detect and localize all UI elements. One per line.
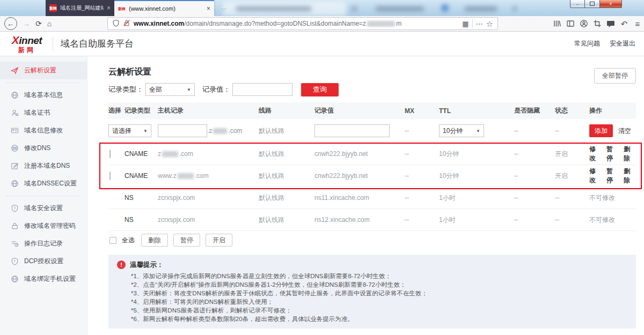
chat-bubble-icon[interactable] bbox=[606, 19, 615, 28]
window-maximize-button[interactable] bbox=[585, 0, 599, 8]
maximize-icon bbox=[590, 2, 595, 6]
undo-icon[interactable]: ↶ bbox=[620, 19, 628, 28]
add-line-cell: 默认线路 bbox=[259, 126, 314, 136]
col-line: 线路 bbox=[259, 106, 314, 115]
record-value-input[interactable] bbox=[232, 83, 292, 96]
not-modifiable-label: 不可修改 bbox=[589, 193, 636, 203]
batch-enable-button[interactable]: 开启 bbox=[206, 234, 232, 247]
record-value-label: 记录值： bbox=[202, 85, 230, 94]
tracking-shield-icon[interactable] bbox=[112, 19, 120, 28]
col-actions: 操作 bbox=[589, 106, 636, 115]
select-all-checkbox[interactable] bbox=[109, 237, 116, 244]
batch-pause-button[interactable]: 暂停 bbox=[173, 234, 200, 247]
table-row: CNAME z.com 默认线路 cnwh222.bjyyb.net -- 10… bbox=[108, 143, 636, 165]
account-icon[interactable] bbox=[580, 19, 588, 28]
add-record-type-select[interactable]: 请选择 ▼ bbox=[108, 124, 151, 137]
back-button[interactable]: ← bbox=[4, 17, 17, 30]
sidebar-item-domain-basic-info[interactable]: 域名基本信息 bbox=[0, 86, 87, 104]
bookmark-star-icon[interactable]: ☆ bbox=[486, 20, 493, 28]
menu-hamburger-icon[interactable]: ≡ bbox=[633, 19, 642, 28]
sidebar-item-label: 域名证书 bbox=[24, 108, 50, 117]
pause-all-button[interactable]: 全部暂停 bbox=[594, 68, 636, 84]
tip-item: *4、启用解析：可将关闭的DNS解析重新投入使用； bbox=[131, 297, 627, 306]
tips-title: 温馨提示： bbox=[130, 260, 164, 270]
query-button[interactable]: 查询 bbox=[301, 83, 339, 96]
delete-link[interactable]: 删除 bbox=[624, 167, 636, 185]
background-window-blur bbox=[513, 6, 517, 11]
page-actions-dots-icon[interactable]: ⋯ bbox=[476, 20, 483, 27]
add-host-input[interactable] bbox=[158, 124, 207, 137]
home-button[interactable]: ⌂ bbox=[47, 20, 52, 27]
sidebar-item-operation-log[interactable]: 操作日志记录 bbox=[0, 235, 87, 252]
modify-link[interactable]: 修改 bbox=[589, 145, 602, 163]
redacted-domain-blur bbox=[367, 21, 395, 27]
add-value-input[interactable] bbox=[314, 124, 390, 137]
sidebar-item-dnssec[interactable]: 域名DNSSEC设置 bbox=[0, 175, 87, 192]
pause-link[interactable]: 暂停 bbox=[606, 167, 619, 185]
sidebar-item-label: 注册本域名DNS bbox=[24, 161, 70, 170]
sidebar-item-cloud-dns[interactable]: 云解析设置 bbox=[0, 62, 87, 79]
sidebar-item-domain-cert[interactable]: 域名证书 bbox=[0, 104, 87, 122]
background-window-blur bbox=[441, 4, 449, 12]
sidebar-item-domain-security[interactable]: 域名安全设置 bbox=[0, 199, 87, 217]
host-cell: zcrxspjx.com bbox=[158, 194, 259, 202]
tab-close-icon[interactable]: × bbox=[207, 5, 210, 12]
redacted-domain-blur bbox=[162, 151, 178, 157]
reload-button[interactable]: ⟳ bbox=[35, 20, 42, 27]
sidebar-item-bind-phone[interactable]: 域名绑定手机设置 bbox=[0, 270, 87, 288]
sidebar-item-label: DCP授权设置 bbox=[24, 257, 63, 266]
clear-button[interactable]: 清空 bbox=[618, 127, 631, 135]
screenshot-crop-icon[interactable] bbox=[593, 19, 602, 28]
logout-link[interactable]: 安全退出 bbox=[610, 39, 635, 48]
host-cell: www.z.com bbox=[158, 172, 259, 180]
window-close-button[interactable]: × bbox=[599, 0, 622, 8]
table-row: NS zcrxspjx.com 默认线路 ns11.xincache.com -… bbox=[108, 187, 636, 209]
tip-item: *1、添加记录操作完成后新网的DNS服务器是立刻生效的，但全球DNS刷新需要8-… bbox=[131, 272, 627, 280]
add-ttl-select[interactable]: 10分钟 ▼ bbox=[439, 124, 484, 137]
background-window-blur bbox=[352, 6, 357, 11]
pause-link[interactable]: 暂停 bbox=[606, 145, 619, 163]
col-ttl: TTL bbox=[439, 107, 514, 115]
tab-close-icon[interactable]: × bbox=[107, 5, 111, 11]
header-links: 常见问题 安全退出 bbox=[574, 39, 635, 48]
browser-tab-inactive[interactable]: 新网 域名注册_网站建站_云服务器_ × bbox=[46, 0, 114, 16]
forward-button[interactable]: → bbox=[23, 20, 30, 27]
faq-link[interactable]: 常见问题 bbox=[574, 39, 600, 48]
tab-title: 域名注册_网站建站_云服务器_ bbox=[60, 4, 104, 12]
col-status: 状态 bbox=[555, 106, 589, 115]
modify-link[interactable]: 修改 bbox=[589, 167, 602, 185]
batch-delete-button[interactable]: 删除 bbox=[141, 234, 168, 247]
browser-tab-active[interactable]: 新网 (www.xinnet.com) × bbox=[114, 0, 214, 16]
sidebar-toggle-icon[interactable] bbox=[566, 19, 575, 28]
record-type-select[interactable]: 全部 ▼ bbox=[145, 83, 195, 96]
library-icon[interactable] bbox=[553, 19, 561, 28]
background-window-blur bbox=[465, 6, 497, 11]
add-button[interactable]: 添加 bbox=[589, 124, 613, 137]
sidebar-item-domain-info-modify[interactable]: 域名信息修改 bbox=[0, 122, 87, 139]
xinnet-favicon-icon: 新网 bbox=[49, 4, 57, 12]
id-card-icon bbox=[11, 126, 19, 135]
not-modifiable-label: 不可修改 bbox=[589, 215, 636, 225]
sidebar-item-register-dns[interactable]: 注册本域名DNS bbox=[0, 157, 87, 175]
insecure-lock-icon[interactable] bbox=[123, 19, 130, 28]
sidebar-item-modify-password[interactable]: 修改域名管理密码 bbox=[0, 217, 87, 235]
sidebar-divider bbox=[6, 196, 80, 196]
row-checkbox[interactable] bbox=[109, 172, 111, 180]
record-type-label: 记录类型： bbox=[108, 85, 143, 94]
add-actions-cell: 添加清空 bbox=[589, 124, 636, 137]
window-minimize-button[interactable]: – bbox=[570, 0, 585, 8]
url-bar[interactable]: www.xinnet.com/domain/dnsmanage.do?metho… bbox=[107, 17, 498, 30]
row-checkbox[interactable] bbox=[109, 150, 111, 158]
sidebar-item-dcp-auth[interactable]: DCP授权设置 bbox=[0, 252, 87, 270]
browser-toolbar-icons: ↶ ≡ bbox=[553, 16, 642, 31]
person-icon bbox=[11, 109, 19, 117]
url-domain: www.xinnet.com bbox=[134, 20, 184, 27]
sidebar-item-modify-dns[interactable]: 修改DNS bbox=[0, 139, 87, 157]
qr-page-action-icon[interactable]: ▦ bbox=[462, 20, 469, 27]
chevron-down-icon: ▼ bbox=[476, 129, 480, 133]
urlbar-separator bbox=[472, 19, 473, 28]
delete-link[interactable]: 删除 bbox=[624, 145, 636, 163]
shield-icon bbox=[11, 257, 19, 265]
new-tab-button[interactable]: + bbox=[218, 2, 230, 14]
add-host-cell: .z.com bbox=[158, 124, 259, 137]
